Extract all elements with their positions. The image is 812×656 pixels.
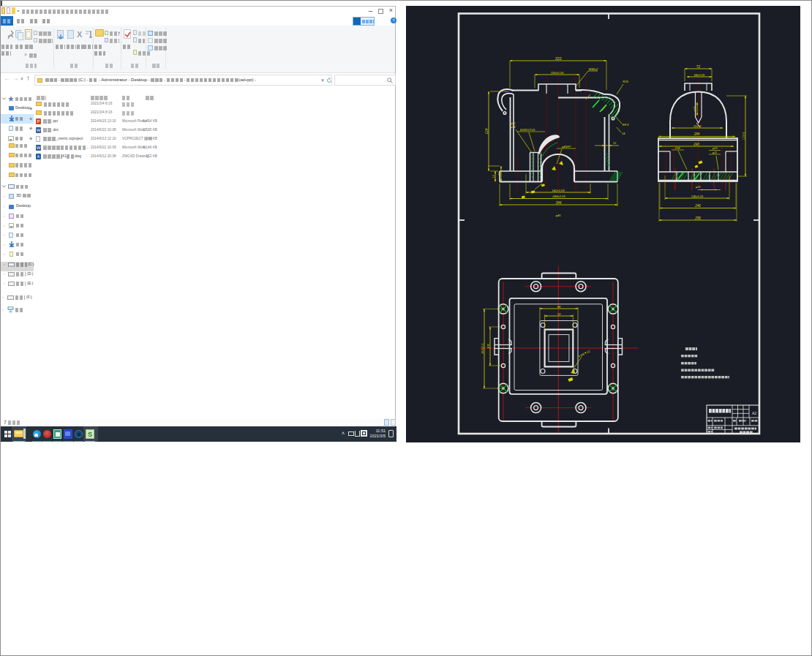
svg-text:72: 72 — [557, 312, 561, 316]
svg-text:106: 106 — [486, 343, 490, 348]
svg-text:2X8: 2X8 — [674, 146, 680, 150]
svg-text:384: 384 — [555, 201, 561, 205]
svg-text:14: 14 — [622, 132, 625, 135]
svg-text:25: 25 — [498, 172, 501, 176]
svg-text:φ16: φ16 — [696, 186, 702, 189]
svg-text:φ30: φ30 — [511, 122, 516, 125]
svg-text:φ45H7: φ45H7 — [562, 145, 571, 148]
svg-text:φ18: φ18 — [693, 107, 696, 111]
svg-text:R8.8: R8.8 — [623, 123, 630, 127]
svg-text:244±0.05: 244±0.05 — [552, 195, 565, 198]
svg-text:124: 124 — [485, 128, 489, 134]
svg-text:φ11: φ11 — [713, 151, 717, 154]
svg-text:72: 72 — [696, 65, 701, 69]
svg-text:12: 12 — [613, 141, 617, 145]
svg-text:6XM10T25: 6XM10T25 — [520, 128, 535, 132]
svg-text:φ45: φ45 — [555, 214, 561, 217]
svg-text:284: 284 — [693, 132, 700, 136]
svg-text:142±0.05: 142±0.05 — [552, 189, 565, 192]
svg-text:150.8: 150.8 — [693, 124, 702, 128]
svg-text:φ14: φ14 — [511, 126, 516, 129]
svg-text:φ13: φ13 — [713, 147, 718, 150]
svg-text:136±0.05: 136±0.05 — [691, 195, 704, 198]
svg-text:320: 320 — [555, 56, 562, 61]
svg-text:64±0.05: 64±0.05 — [694, 73, 705, 77]
svg-text:190±0.05: 190±0.05 — [551, 71, 564, 75]
svg-text:R16: R16 — [623, 80, 628, 83]
svg-text:150±0.1: 150±0.1 — [481, 344, 484, 354]
svg-text:M36x2: M36x2 — [589, 67, 598, 71]
svg-text:243: 243 — [693, 143, 699, 146]
svg-text:256: 256 — [694, 216, 701, 220]
svg-text:96: 96 — [557, 305, 561, 309]
svg-text:172.5: 172.5 — [742, 132, 745, 140]
svg-text:A2: A2 — [752, 411, 756, 415]
svg-text:246: 246 — [694, 204, 701, 208]
